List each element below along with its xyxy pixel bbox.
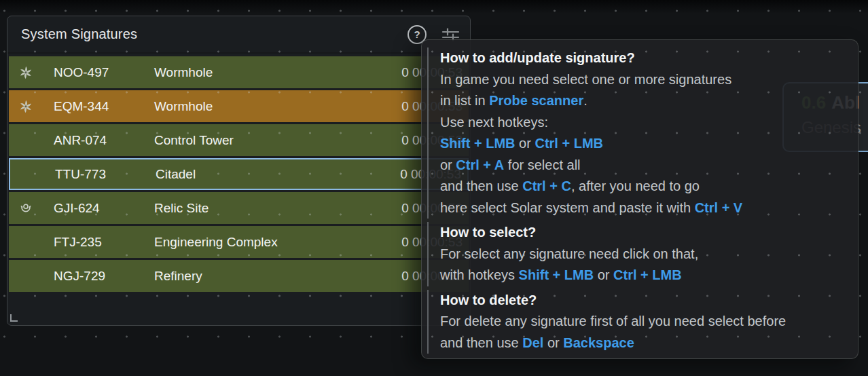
hotkey-highlight: Backspace	[563, 335, 634, 350]
signature-type: Wormhole	[154, 65, 401, 80]
wormhole-icon	[18, 65, 33, 80]
signature-row[interactable]: NGJ-729Refinery0 00:00:53	[9, 260, 469, 292]
tooltip-line: in list in Probe scanner.	[440, 90, 848, 112]
tooltip-text: or	[543, 335, 563, 350]
tooltip-text: or	[594, 267, 613, 282]
signature-type: Citadel	[156, 167, 400, 182]
signature-row[interactable]: TTU-773Citadel0 00:00:53	[9, 158, 469, 190]
signature-type: Engineering Complex	[154, 235, 401, 250]
tooltip-line: Use next hotkeys:	[440, 112, 848, 134]
signature-id: EQM-344	[54, 99, 147, 114]
system-signatures-panel: System Signatures ? NOO-497Wormhole0 00:…	[7, 16, 471, 326]
panel-header[interactable]: System Signatures ?	[7, 16, 470, 54]
help-tooltip: How to add/update signature?In game you …	[421, 39, 858, 359]
tooltip-line: For select any signature need click on t…	[440, 244, 848, 265]
map-background: System Signatures ? NOO-497Wormhole0 00:…	[0, 0, 868, 376]
signature-row[interactable]: ANR-074Control Tower0 00:00:53	[9, 124, 469, 156]
signature-row[interactable]: FTJ-235Engineering Complex0 00:00:53	[9, 226, 469, 258]
tooltip-section: How to delete?For delete any signature f…	[427, 290, 848, 354]
tooltip-line: and then use Ctrl + C, after you need to…	[440, 176, 848, 198]
hotkey-highlight: Ctrl + A	[456, 157, 504, 172]
tooltip-section-title: How to select?	[440, 222, 848, 244]
wormhole-icon-cell	[18, 65, 34, 80]
hotkey-highlight: Shift + LMB	[440, 136, 516, 151]
tooltip-text: , after you need to go	[571, 178, 700, 193]
tooltip-line: here select Solar system and paste it wi…	[440, 198, 848, 219]
tooltip-section: How to add/update signature?In game you …	[427, 48, 848, 219]
signature-id: FTJ-235	[54, 235, 147, 250]
relic-icon-cell	[18, 201, 34, 216]
tooltip-text: and then use	[440, 335, 522, 350]
tooltip-section-title: How to delete?	[440, 290, 848, 312]
tooltip-text: For select any signature need click on t…	[440, 246, 698, 261]
wormhole-icon-cell	[18, 99, 34, 114]
tooltip-text: Use next hotkeys:	[440, 115, 548, 130]
hotkey-highlight: Shift + LMB	[519, 267, 594, 282]
tooltip-text: in list in	[440, 93, 489, 108]
relic-icon	[18, 201, 33, 216]
tooltip-section-title: How to add/update signature?	[440, 48, 848, 69]
tooltip-section: How to select?For select any signature n…	[427, 222, 848, 286]
signature-id: GJI-624	[54, 201, 147, 216]
tooltip-line: and then use Del or Backspace	[440, 333, 848, 354]
signature-id: NGJ-729	[54, 269, 147, 284]
hotkey-highlight: Ctrl + LMB	[613, 267, 682, 282]
tooltip-text: or	[440, 157, 456, 172]
hotkey-highlight: Del	[522, 335, 543, 350]
tooltip-text: .	[583, 93, 587, 108]
signature-row[interactable]: GJI-624Relic Site0 00:00:53	[9, 192, 469, 224]
signature-type: Relic Site	[154, 201, 401, 216]
resize-handle-icon[interactable]	[10, 314, 18, 322]
signature-id: NOO-497	[54, 65, 147, 80]
tooltip-text: For delete any signature first of all yo…	[440, 314, 786, 328]
hotkey-highlight: Ctrl + C	[522, 178, 571, 193]
tooltip-text: and then use	[440, 178, 522, 193]
tooltip-text: here select Solar system and paste it wi…	[440, 200, 695, 215]
tooltip-text: In game you need select one or more sign…	[440, 72, 731, 87]
tooltip-text: or	[516, 136, 535, 151]
tooltip-text: with hotkeys	[440, 267, 519, 282]
help-icon-glyph: ?	[414, 29, 420, 40]
tooltip-line: For delete any signature first of all yo…	[440, 311, 848, 333]
signature-table: NOO-497Wormhole0 00:00:53EQM-344Wormhole…	[7, 54, 470, 292]
hotkey-highlight: Probe scanner	[489, 93, 583, 108]
tooltip-line: with hotkeys Shift + LMB or Ctrl + LMB	[440, 265, 848, 286]
signature-type: Refinery	[154, 269, 401, 284]
tooltip-line: Shift + LMB or Ctrl + LMB	[440, 133, 848, 155]
signature-id: ANR-074	[54, 133, 147, 148]
wormhole-icon	[18, 99, 33, 114]
hotkey-highlight: Ctrl + V	[695, 200, 743, 215]
tooltip-line: In game you need select one or more sign…	[440, 69, 848, 91]
signature-row[interactable]: EQM-344Wormhole0 00:00:53	[9, 90, 469, 122]
signature-row[interactable]: NOO-497Wormhole0 00:00:53	[9, 56, 469, 88]
signature-type: Control Tower	[154, 133, 401, 148]
signature-id: TTU-773	[55, 167, 149, 182]
tooltip-text: for select all	[504, 157, 580, 172]
signature-type: Wormhole	[154, 99, 401, 114]
tooltip-line: or Ctrl + A for select all	[440, 155, 848, 176]
panel-title: System Signatures	[21, 26, 137, 42]
hotkey-highlight: Ctrl + LMB	[535, 136, 603, 151]
